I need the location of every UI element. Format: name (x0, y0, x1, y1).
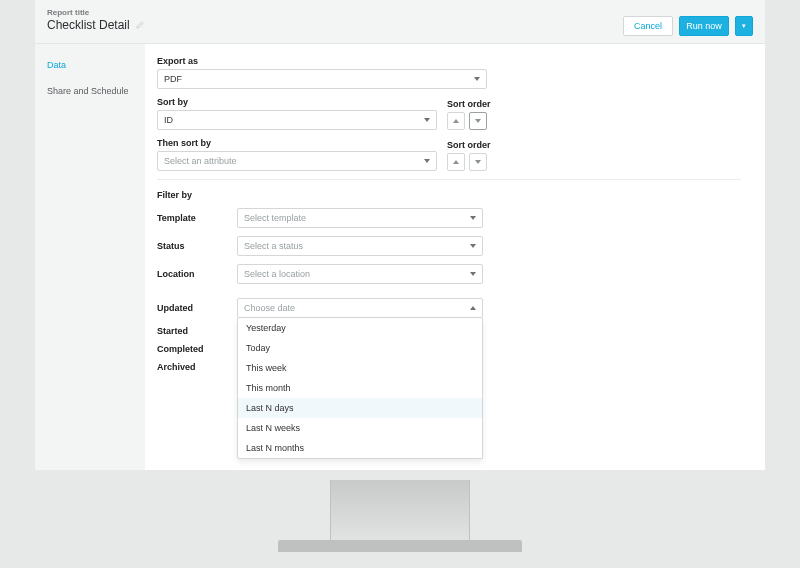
date-option-this-month[interactable]: This month (238, 378, 482, 398)
filter-placeholder-template: Select template (244, 213, 306, 223)
triangle-up-icon (453, 119, 459, 123)
triangle-down-icon (475, 160, 481, 164)
chevron-down-icon (470, 272, 476, 276)
sort-asc-button[interactable] (447, 112, 465, 130)
date-option-today[interactable]: Today (238, 338, 482, 358)
chevron-down-icon: ▾ (742, 22, 746, 30)
title-block: Report title Checklist Detail (47, 8, 623, 32)
sort-by-select[interactable]: ID (157, 110, 437, 130)
topbar: Report title Checklist Detail Cancel Run… (35, 0, 765, 44)
cancel-button[interactable]: Cancel (623, 16, 673, 36)
date-option-this-week[interactable]: This week (238, 358, 482, 378)
filter-label-started: Started (157, 326, 237, 336)
sort-order-label: Sort order (447, 99, 491, 109)
updated-dropdown-menu: Yesterday Today This week This month Las… (237, 318, 483, 459)
sort-desc-button[interactable] (469, 112, 487, 130)
filter-label-completed: Completed (157, 344, 237, 354)
then-sort-asc-button[interactable] (447, 153, 465, 171)
chevron-down-icon (424, 159, 430, 163)
chevron-down-icon (470, 216, 476, 220)
date-option-last-n-days[interactable]: Last N days (238, 398, 482, 418)
export-as-select[interactable]: PDF (157, 69, 487, 89)
triangle-down-icon (475, 119, 481, 123)
filter-select-template[interactable]: Select template (237, 208, 483, 228)
filter-label-location: Location (157, 269, 237, 279)
filter-select-updated[interactable]: Choose date (237, 298, 483, 318)
then-sort-by-select[interactable]: Select an attribute (157, 151, 437, 171)
sidebar-item-data[interactable]: Data (35, 52, 145, 78)
filter-select-location[interactable]: Select a location (237, 264, 483, 284)
chevron-down-icon (474, 77, 480, 81)
export-as-value: PDF (164, 74, 182, 84)
report-title-label: Report title (47, 8, 623, 17)
main-panel: Export as PDF Sort by ID (145, 44, 765, 470)
chevron-down-icon (424, 118, 430, 122)
filter-by-label: Filter by (157, 190, 741, 200)
filter-placeholder-updated: Choose date (244, 303, 295, 313)
sidebar: Data Share and Schedule (35, 44, 145, 470)
filter-placeholder-location: Select a location (244, 269, 310, 279)
filter-placeholder-status: Select a status (244, 241, 303, 251)
pencil-icon[interactable] (136, 20, 144, 31)
report-title-value[interactable]: Checklist Detail (47, 18, 623, 32)
then-sort-by-label: Then sort by (157, 138, 437, 148)
filter-label-archived: Archived (157, 362, 237, 372)
filter-label-template: Template (157, 213, 237, 223)
filter-select-status[interactable]: Select a status (237, 236, 483, 256)
report-title-text: Checklist Detail (47, 18, 130, 32)
run-now-caret-button[interactable]: ▾ (735, 16, 753, 36)
then-sort-desc-button[interactable] (469, 153, 487, 171)
sidebar-item-share[interactable]: Share and Schedule (35, 78, 145, 104)
date-option-last-n-weeks[interactable]: Last N weeks (238, 418, 482, 438)
filter-label-status: Status (157, 241, 237, 251)
sort-by-label: Sort by (157, 97, 437, 107)
date-option-last-n-months[interactable]: Last N months (238, 438, 482, 458)
top-actions: Cancel Run now ▾ (623, 16, 753, 36)
triangle-up-icon (453, 160, 459, 164)
run-now-button[interactable]: Run now (679, 16, 729, 36)
chevron-up-icon (470, 306, 476, 310)
divider (157, 179, 741, 180)
export-as-label: Export as (157, 56, 487, 66)
then-sort-by-placeholder: Select an attribute (164, 156, 237, 166)
sort-by-value: ID (164, 115, 173, 125)
filter-label-updated: Updated (157, 303, 237, 313)
date-option-yesterday[interactable]: Yesterday (238, 318, 482, 338)
chevron-down-icon (470, 244, 476, 248)
then-sort-order-label: Sort order (447, 140, 491, 150)
